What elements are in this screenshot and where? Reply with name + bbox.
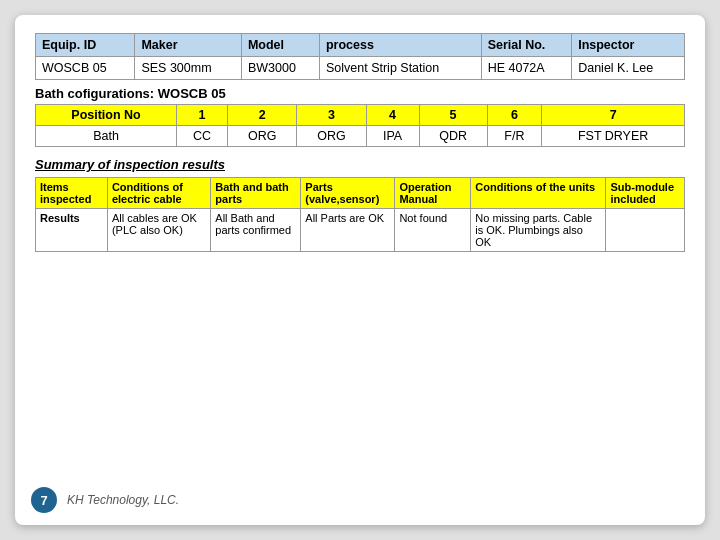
- table-row: WOSCB 05 SES 300mm BW3000 Solvent Strip …: [36, 57, 685, 80]
- bath-val-5: QDR: [419, 126, 487, 147]
- results-label: Results: [36, 209, 108, 252]
- col-maker: Maker: [135, 34, 242, 57]
- col-serial: Serial No.: [481, 34, 572, 57]
- bath-pos-1: 1: [177, 105, 228, 126]
- sum-col-cable: Conditions of electric cable: [107, 178, 210, 209]
- col-model: Model: [241, 34, 319, 57]
- bath-pos-5: 5: [419, 105, 487, 126]
- sum-col-units: Conditions of the units: [471, 178, 606, 209]
- bath-val-1: CC: [177, 126, 228, 147]
- col-equip-id: Equip. ID: [36, 34, 135, 57]
- sum-col-manual: Operation Manual: [395, 178, 471, 209]
- slide: Equip. ID Maker Model process Serial No.…: [15, 15, 705, 525]
- cell-inspector: Daniel K. Lee: [572, 57, 685, 80]
- cell-serial: HE 4072A: [481, 57, 572, 80]
- bath-pos-2: 2: [228, 105, 297, 126]
- bath-config-table: Position No 1 2 3 4 5 6 7 Bath CC ORG OR…: [35, 104, 685, 147]
- bath-label: Bath: [36, 126, 177, 147]
- col-inspector: Inspector: [572, 34, 685, 57]
- result-cable: All cables are OK (PLC also OK): [107, 209, 210, 252]
- summary-title: Summary of inspection results: [35, 157, 685, 172]
- summary-table: Items inspected Conditions of electric c…: [35, 177, 685, 252]
- summary-results-row: Results All cables are OK (PLC also OK) …: [36, 209, 685, 252]
- cell-maker: SES 300mm: [135, 57, 242, 80]
- footer: 7 KH Technology, LLC.: [15, 487, 705, 513]
- bath-val-7: FST DRYER: [542, 126, 685, 147]
- company-name: KH Technology, LLC.: [67, 493, 179, 507]
- page-number: 7: [31, 487, 57, 513]
- sum-col-items: Items inspected: [36, 178, 108, 209]
- col-process: process: [319, 34, 481, 57]
- bath-val-2: ORG: [228, 126, 297, 147]
- bath-pos-6: 6: [487, 105, 542, 126]
- sum-col-parts: Parts (valve,sensor): [301, 178, 395, 209]
- cell-process: Solvent Strip Station: [319, 57, 481, 80]
- bath-val-4: IPA: [366, 126, 419, 147]
- result-parts: All Parts are OK: [301, 209, 395, 252]
- result-manual: Not found: [395, 209, 471, 252]
- bath-pos-header: Position No: [36, 105, 177, 126]
- equipment-table: Equip. ID Maker Model process Serial No.…: [35, 33, 685, 80]
- result-bath: All Bath and parts confirmed: [211, 209, 301, 252]
- bath-row: Bath CC ORG ORG IPA QDR F/R FST DRYER: [36, 126, 685, 147]
- sum-col-submodule: Sub-module included: [606, 178, 685, 209]
- bath-pos-7: 7: [542, 105, 685, 126]
- result-submodule: [606, 209, 685, 252]
- cell-equip-id: WOSCB 05: [36, 57, 135, 80]
- bath-config-title: Bath cofigurations: WOSCB 05: [35, 86, 685, 101]
- bath-pos-3: 3: [297, 105, 366, 126]
- result-units: No missing parts. Cable is OK. Plumbings…: [471, 209, 606, 252]
- bath-pos-4: 4: [366, 105, 419, 126]
- bath-val-3: ORG: [297, 126, 366, 147]
- bath-val-6: F/R: [487, 126, 542, 147]
- sum-col-bath: Bath and bath parts: [211, 178, 301, 209]
- cell-model: BW3000: [241, 57, 319, 80]
